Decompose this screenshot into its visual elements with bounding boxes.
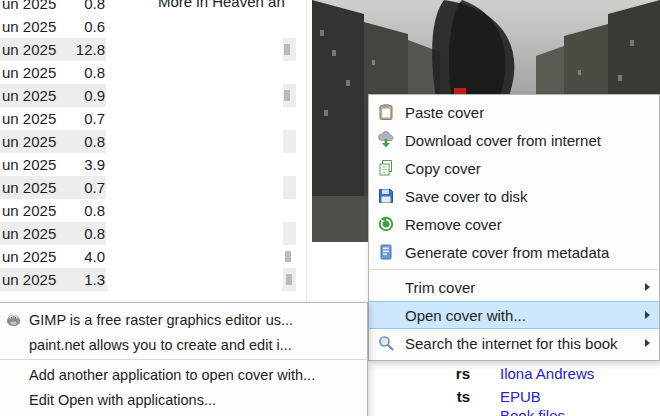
- formats-label: ts: [428, 388, 470, 405]
- redacted-text-fragment: [285, 251, 291, 262]
- book-date-cell: un 2025: [2, 199, 56, 222]
- redacted-area: [106, 14, 283, 294]
- book-date-cell: un 2025: [2, 222, 56, 245]
- menu-item-label: Save cover to disk: [405, 188, 528, 205]
- menu-item-paste-cover[interactable]: Paste cover: [369, 98, 659, 126]
- book-date-cell: un 2025: [2, 107, 56, 130]
- menu-item-label: Remove cover: [405, 216, 502, 233]
- menu-item-search-internet[interactable]: Search the internet for this book: [369, 329, 659, 357]
- book-size-cell: 1.3: [50, 268, 105, 291]
- book-size-cell: 0.8: [50, 130, 105, 153]
- menu-separator: [0, 359, 367, 360]
- submenu-item-label: GIMP is a free raster graphics editor us…: [29, 312, 293, 328]
- submenu-item-gimp[interactable]: GIMP is a free raster graphics editor us…: [0, 307, 367, 332]
- menu-item-download-cover[interactable]: Download cover from internet: [369, 126, 659, 154]
- menu-item-label: Open cover with...: [405, 307, 526, 324]
- book-size-cell: 0.7: [50, 107, 105, 130]
- menu-item-remove-cover[interactable]: Remove cover: [369, 210, 659, 238]
- submenu-arrow-icon: [645, 311, 650, 319]
- book-date-cell: un 2025: [2, 84, 56, 107]
- book-date-cell: un 2025: [2, 176, 56, 199]
- submenu-arrow-icon: [645, 339, 650, 347]
- menu-item-trim-cover[interactable]: Trim cover: [369, 273, 659, 301]
- book-size-cell: 0.7: [50, 176, 105, 199]
- submenu-item-add-application[interactable]: Add another application to open cover wi…: [0, 362, 367, 387]
- submenu-item-label: Add another application to open cover wi…: [29, 367, 315, 383]
- search-icon: [377, 334, 395, 352]
- menu-item-label: Copy cover: [405, 160, 481, 177]
- menu-item-open-cover-with[interactable]: Open cover with...: [369, 301, 659, 329]
- copy-icon: [377, 159, 395, 177]
- book-date-cell: un 2025: [2, 61, 56, 84]
- book-size-cell: 0.8: [50, 61, 105, 84]
- book-date-cell: un 2025: [2, 130, 56, 153]
- open-with-submenu: GIMP is a free raster graphics editor us…: [0, 302, 368, 416]
- book-date-cell: un 2025: [2, 245, 56, 268]
- authors-label: rs: [428, 365, 470, 382]
- cover-context-menu: Paste cover Download cover from internet…: [368, 94, 660, 361]
- redacted-text-fragment: [286, 274, 292, 285]
- author-link[interactable]: Ilona Andrews: [500, 365, 594, 382]
- gimp-icon: [5, 311, 22, 328]
- book-title-cell: More in Heaven an: [158, 0, 285, 10]
- menu-item-label: Paste cover: [405, 104, 484, 121]
- generate-cover-icon: [377, 243, 395, 261]
- book-size-cell: 0.8: [50, 0, 105, 15]
- menu-item-copy-cover[interactable]: Copy cover: [369, 154, 659, 182]
- remove-cover-icon: [377, 215, 395, 233]
- format-link[interactable]: EPUB: [500, 388, 541, 405]
- book-date-cell: un 2025: [2, 268, 56, 291]
- book-date-cell: un 2025: [2, 153, 56, 176]
- menu-item-label: Generate cover from metadata: [405, 244, 609, 261]
- book-size-cell: 0.8: [50, 222, 105, 245]
- book-files-link[interactable]: Book files: [500, 407, 565, 416]
- menu-separator: [370, 269, 658, 270]
- redacted-text-fragment: [284, 44, 290, 55]
- save-to-disk-icon: [377, 187, 395, 205]
- submenu-arrow-icon: [645, 283, 650, 291]
- book-size-cell: 0.9: [50, 84, 105, 107]
- download-cover-icon: [377, 131, 395, 149]
- redacted-text-fragment: [284, 90, 290, 101]
- menu-item-label: Download cover from internet: [405, 132, 601, 149]
- book-size-cell: 4.0: [50, 245, 105, 268]
- book-size-cell: 12.8: [50, 38, 105, 61]
- submenu-item-paintnet[interactable]: paint.net allows you to create and edit …: [0, 332, 367, 357]
- submenu-item-label: paint.net allows you to create and edit …: [29, 337, 292, 353]
- menu-item-label: Trim cover: [405, 279, 475, 296]
- menu-item-label: Search the internet for this book: [405, 335, 618, 352]
- book-size-cell: 0.8: [50, 199, 105, 222]
- book-date-cell: un 2025: [2, 38, 56, 61]
- book-date-cell: un 2025: [2, 0, 56, 15]
- book-size-cell: 0.6: [50, 15, 105, 38]
- calibre-window: un 20250.8 un 20250.6 un 202512.8 un 202…: [0, 0, 660, 416]
- paste-icon: [377, 103, 395, 121]
- book-date-cell: un 2025: [2, 15, 56, 38]
- menu-item-save-cover[interactable]: Save cover to disk: [369, 182, 659, 210]
- submenu-item-label: Edit Open with applications...: [29, 392, 216, 408]
- menu-item-generate-cover[interactable]: Generate cover from metadata: [369, 238, 659, 266]
- book-size-cell: 3.9: [50, 153, 105, 176]
- submenu-item-edit-applications[interactable]: Edit Open with applications...: [0, 387, 367, 412]
